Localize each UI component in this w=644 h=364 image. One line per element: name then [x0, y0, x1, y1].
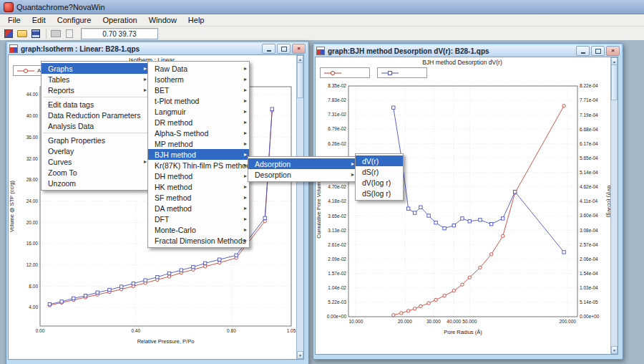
menu-item-dr-method[interactable]: DR method▸: [148, 117, 249, 128]
submenu-arrow-icon: ▸: [244, 140, 247, 147]
menu-separator: [43, 133, 147, 133]
graphs-submenu: Raw Data▸Isotherm▸BET▸t-Plot method▸Lang…: [147, 61, 250, 248]
menu-item-hk-method[interactable]: HK method▸: [148, 181, 249, 192]
bjh-chart-title: BJH method Desorption dV(r): [316, 59, 609, 66]
menubar: FileEditConfigureOperationWindowHelp: [0, 14, 644, 27]
menu-item-kr-87k-thin-film-ps-method[interactable]: Kr(87K) Thin-film PS method▸: [148, 160, 249, 171]
bjh-plot[interactable]: 8.35e-027.83e-027.31e-026.79e-026.26e-02…: [316, 57, 611, 354]
menu-item-dv-r-[interactable]: dV(r): [356, 155, 403, 166]
close-icon: ×: [611, 48, 615, 54]
svg-text:2.61e-02: 2.61e-02: [328, 242, 346, 247]
scroll-down-arrow-icon[interactable]: ▼: [611, 346, 618, 354]
menu-item-da-method[interactable]: DA method▸: [148, 203, 249, 214]
menu-item-bet[interactable]: BET▸: [148, 85, 249, 95]
menu-item-fractal-dimension-methods[interactable]: Fractal Dimension Methods▸: [148, 235, 249, 246]
scroll-down-arrow-icon[interactable]: ▼: [297, 351, 303, 359]
print-preview-icon[interactable]: [63, 28, 76, 39]
scrollbar-thumb[interactable]: [297, 62, 303, 98]
submenu-arrow-icon: ▸: [244, 65, 247, 72]
menu-item-monte-carlo[interactable]: Monte-Carlo▸: [148, 224, 249, 235]
submenu-arrow-icon: ▸: [351, 161, 354, 167]
svg-text:4.18e-02: 4.18e-02: [328, 198, 346, 203]
scrollbar-thumb[interactable]: [611, 64, 618, 100]
svg-text:7.71e-04: 7.71e-04: [580, 97, 598, 102]
menu-item-mp-method[interactable]: MP method▸: [148, 138, 249, 149]
submenu-arrow-icon: ▸: [244, 87, 247, 93]
minimize-button[interactable]: [262, 44, 275, 54]
menu-item-ds-r-[interactable]: dS(r): [356, 166, 403, 177]
menu-configure[interactable]: Configure: [52, 15, 97, 25]
menu-item-desorption[interactable]: Desorption▸: [248, 169, 356, 180]
menu-item-adsorption[interactable]: Adsorption▸: [248, 158, 356, 169]
menu-item-graph-properties[interactable]: Graph Properties: [42, 135, 149, 145]
window-bjh: graph:BJH method Desorption dV(r): B28-1…: [313, 43, 623, 360]
vertical-scrollbar[interactable]: ▲ ▼: [610, 57, 618, 354]
analysis-icon[interactable]: [2, 28, 15, 39]
menu-file[interactable]: File: [2, 15, 26, 25]
minimize-icon: [581, 52, 585, 54]
svg-text:24.00: 24.00: [26, 198, 39, 203]
menu-item-analysis-data[interactable]: Analysis Data: [42, 120, 149, 131]
save-icon[interactable]: [29, 28, 42, 39]
svg-text:0.00: 0.00: [36, 328, 45, 333]
svg-text:28.00: 28.00: [26, 177, 39, 182]
menu-item-ds-log-r-[interactable]: dS(log r): [356, 188, 403, 198]
menu-item-tables[interactable]: Tables▸: [42, 74, 149, 85]
bjh-chart-area: BJH method Desorption dV(r) 8.35e-027.83…: [315, 57, 618, 355]
submenu-arrow-icon: ▸: [244, 108, 247, 115]
svg-text:Pore Radius (Å): Pore Radius (Å): [444, 329, 482, 335]
menu-item-dft[interactable]: DFT▸: [148, 214, 249, 224]
menu-item-sf-method[interactable]: SF method▸: [148, 192, 249, 203]
menu-edit[interactable]: Edit: [26, 15, 52, 25]
menu-item-zoom-to[interactable]: Zoom To: [42, 167, 149, 178]
menu-item-dv-log-r-[interactable]: dV(log r): [356, 177, 403, 188]
menu-item-dh-method[interactable]: DH method▸: [148, 171, 249, 181]
maximize-icon: [281, 47, 287, 52]
menu-item-alpha-s-method[interactable]: Alpha-S method▸: [148, 128, 249, 138]
menu-item-unzoom[interactable]: Unzoom: [42, 178, 149, 188]
context-menu: Graphs▸Tables▸Reports▸Edit data tagsData…: [41, 61, 150, 191]
menu-item-isotherm[interactable]: Isotherm▸: [148, 74, 249, 85]
maximize-button[interactable]: [277, 44, 291, 54]
menu-item-raw-data[interactable]: Raw Data▸: [148, 63, 249, 74]
legend-entry: [320, 67, 370, 78]
print-icon[interactable]: [49, 28, 62, 39]
close-button[interactable]: ×: [292, 44, 306, 54]
app-titlebar[interactable]: Quantachrome?NovaWin: [0, 0, 644, 14]
svg-text:50.000: 50.000: [462, 319, 477, 324]
vertical-scrollbar[interactable]: ▲ ▼: [296, 55, 303, 359]
svg-text:44.00: 44.00: [26, 92, 39, 97]
menu-operation[interactable]: Operation: [97, 15, 142, 25]
svg-text:Volume @ STP (cc/g): Volume @ STP (cc/g): [9, 180, 15, 232]
menu-window[interactable]: Window: [143, 15, 182, 25]
svg-text:0.80: 0.80: [227, 328, 236, 333]
menu-help[interactable]: Help: [182, 15, 210, 25]
open-folder-icon[interactable]: [16, 28, 29, 39]
submenu-arrow-icon: ▸: [244, 226, 247, 233]
menu-item-overlay[interactable]: Overlay: [42, 145, 149, 156]
menu-item-bjh-method[interactable]: BJH method▸: [148, 149, 249, 160]
svg-text:1.05: 1.05: [287, 328, 296, 333]
bjh-submenu: Adsorption▸Desorption▸: [248, 156, 357, 182]
close-button[interactable]: ×: [606, 46, 620, 56]
svg-text:1.57e-02: 1.57e-02: [328, 271, 346, 276]
menu-item-edit-data-tags[interactable]: Edit data tags: [42, 99, 149, 110]
submenu-arrow-icon: ▸: [244, 205, 247, 211]
window-bjh-titlebar[interactable]: graph:BJH method Desorption dV(r): B28-1…: [315, 45, 621, 57]
svg-text:1.54e-04: 1.54e-04: [580, 271, 598, 276]
menu-item-langmuir[interactable]: Langmuir▸: [148, 106, 249, 117]
menu-item-t-plot-method[interactable]: t-Plot method▸: [148, 95, 249, 106]
menu-item-data-reduction-parameters[interactable]: Data Reduction Parameters: [42, 110, 149, 120]
menu-item-graphs[interactable]: Graphs▸: [42, 63, 149, 74]
maximize-button[interactable]: [591, 46, 605, 56]
window-isotherm-titlebar[interactable]: graph:Isotherm : Linear: B28-1.qps ×: [8, 43, 307, 54]
minimize-icon: [267, 50, 271, 52]
menu-item-reports[interactable]: Reports▸: [42, 85, 149, 95]
minimize-button[interactable]: [576, 46, 590, 56]
svg-text:30.000: 30.000: [426, 319, 441, 324]
bjh-legend: [320, 67, 427, 78]
menu-item-curves[interactable]: Curves▸: [42, 156, 149, 167]
submenu-arrow-icon: ▸: [244, 119, 247, 125]
svg-text:6.79e-02: 6.79e-02: [328, 126, 346, 131]
submenu-arrow-icon: ▸: [144, 76, 147, 82]
